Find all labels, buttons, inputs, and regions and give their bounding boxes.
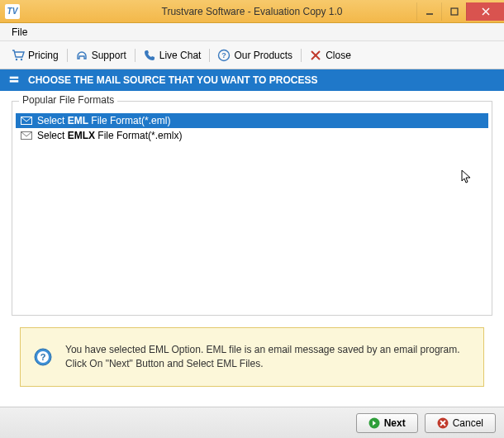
support-label: Support: [92, 50, 126, 61]
step-heading: CHOOSE THE MAIL SOURCE THAT YOU WANT TO …: [28, 74, 317, 86]
pricing-button[interactable]: Pricing: [3, 45, 67, 65]
cancel-icon: [437, 417, 449, 429]
svg-text:?: ?: [40, 352, 46, 362]
content-area: Popular File Formats Select EML File For…: [0, 91, 504, 316]
x-icon: [309, 49, 322, 62]
envelope-icon: [21, 131, 32, 140]
info-box: ? You have selected EML Option. EML file…: [20, 327, 484, 387]
support-button[interactable]: Support: [67, 45, 135, 65]
headset-icon: [75, 49, 88, 62]
svg-text:?: ?: [222, 51, 227, 60]
our-products-label: Our Products: [234, 50, 292, 61]
envelope-icon: [21, 116, 32, 126]
info-message: You have selected EML Option. EML file i…: [65, 343, 470, 372]
step-icon: [8, 74, 20, 86]
formats-list[interactable]: Select EML File Format(*.eml)Select EMLX…: [16, 113, 488, 143]
close-app-button[interactable]: Close: [301, 45, 359, 65]
list-item-label: Select EML File Format(*.eml): [37, 115, 170, 126]
info-icon: ?: [34, 348, 52, 366]
cancel-label: Cancel: [453, 417, 483, 429]
svg-point-5: [21, 58, 22, 60]
menubar: File: [0, 23, 504, 41]
maximize-button[interactable]: [441, 2, 466, 21]
our-products-button[interactable]: ? Our Products: [209, 45, 301, 65]
next-label: Next: [384, 417, 406, 429]
next-button[interactable]: Next: [356, 413, 418, 433]
step-bar: CHOOSE THE MAIL SOURCE THAT YOU WANT TO …: [0, 69, 504, 91]
live-chat-button[interactable]: Live Chat: [135, 45, 210, 65]
minimize-button[interactable]: [416, 2, 441, 21]
pricing-label: Pricing: [28, 50, 59, 61]
phone-icon: [143, 49, 156, 62]
svg-rect-10: [10, 77, 19, 79]
menu-file[interactable]: File: [5, 25, 34, 40]
svg-rect-1: [451, 8, 458, 15]
window-controls: [416, 2, 504, 21]
list-item[interactable]: Select EML File Format(*.eml): [16, 113, 488, 128]
question-icon: ?: [217, 49, 231, 62]
live-chat-label: Live Chat: [159, 50, 202, 61]
close-window-button[interactable]: [466, 2, 504, 21]
svg-rect-11: [10, 80, 19, 83]
cart-icon: [12, 49, 25, 62]
formats-groupbox: Popular File Formats Select EML File For…: [12, 101, 492, 316]
app-icon: TV: [5, 4, 20, 19]
list-item-label: Select EMLX File Format(*.emlx): [37, 130, 182, 141]
info-area: ? You have selected EML Option. EML file…: [0, 316, 504, 395]
svg-point-4: [16, 58, 17, 60]
close-app-label: Close: [326, 50, 351, 61]
arrow-right-icon: [368, 417, 380, 429]
list-item[interactable]: Select EMLX File Format(*.emlx): [16, 128, 488, 143]
cancel-button[interactable]: Cancel: [425, 413, 496, 433]
titlebar: TV Trustvare Software - Evaluation Copy …: [0, 0, 504, 23]
toolbar: Pricing Support Live Chat ? Our Products…: [0, 41, 504, 69]
footer: Next Cancel: [0, 407, 504, 438]
groupbox-legend: Popular File Formats: [19, 94, 117, 106]
